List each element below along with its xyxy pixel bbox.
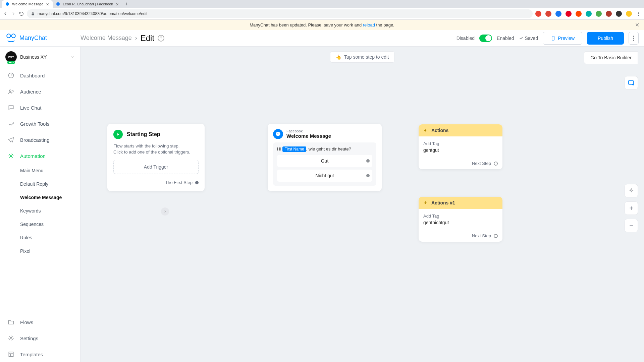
avatar-icon[interactable] — [626, 11, 632, 17]
sidebar-sub-keywords[interactable]: Keywords — [0, 204, 80, 218]
sidebar-item-broadcasting[interactable]: Broadcasting — [0, 132, 80, 148]
url-text: manychat.com/fb181039443240830/automatio… — [38, 11, 148, 16]
enabled-label: Enabled — [497, 36, 514, 41]
message-content[interactable]: Hi First Name, wie geht es dir heute? Gu… — [273, 142, 376, 186]
sidebar-item-settings[interactable]: Settings — [0, 330, 80, 346]
sidebar-sub-main-menu[interactable]: Main Menu — [0, 164, 80, 177]
next-step-port[interactable]: Next Step — [419, 158, 502, 169]
enabled-toggle[interactable] — [479, 35, 492, 42]
node-actions-1[interactable]: Actions Add Tag gehtgut Next Step — [419, 124, 502, 169]
add-trigger-button[interactable]: Add Trigger — [113, 160, 199, 174]
connector-port-icon[interactable] — [366, 159, 370, 163]
update-banner: ManyChat has been updated. Please, save … — [0, 20, 644, 30]
chat-icon — [8, 104, 14, 111]
sidebar-sub-default-reply[interactable]: Default Reply — [0, 177, 80, 191]
zoom-out-button[interactable]: − — [625, 219, 638, 232]
sidebar-item-growth-tools[interactable]: Growth Tools — [0, 116, 80, 132]
sidebar-item-automation[interactable]: Automation — [0, 148, 80, 164]
action-title: Actions — [431, 128, 448, 133]
account-switcher[interactable]: BXYPRO Business XY — [0, 47, 80, 67]
lock-icon — [31, 12, 35, 16]
plus-icon: + — [629, 204, 633, 212]
close-icon[interactable]: ✕ — [116, 2, 119, 6]
svg-point-11 — [633, 40, 634, 41]
new-tab-icon[interactable]: + — [122, 1, 131, 7]
sidebar-item-live-chat[interactable]: Live Chat — [0, 100, 80, 116]
sidebar: BXYPRO Business XY Dashboard Audience Li… — [0, 47, 80, 362]
connector-port-icon[interactable] — [494, 162, 498, 166]
more-menu-button[interactable] — [629, 32, 639, 45]
basic-builder-button[interactable]: Go To Basic Builder — [584, 51, 638, 64]
browser-tab-inactive[interactable]: Leon R. Chaudhari | Facebook ✕ — [53, 0, 122, 8]
ext-icon[interactable] — [566, 11, 572, 17]
help-icon[interactable]: ? — [158, 35, 164, 42]
banner-reload-link[interactable]: reload — [363, 22, 375, 27]
sidebar-item-dashboard[interactable]: Dashboard — [0, 67, 80, 83]
broadcast-icon — [8, 136, 14, 143]
node-starting-step[interactable]: Starting Step Flow starts with the follo… — [107, 124, 205, 191]
growth-icon — [8, 120, 14, 127]
ext-icon[interactable] — [616, 11, 622, 17]
sidebar-sub-rules[interactable]: Rules — [0, 231, 80, 244]
ext-icon[interactable] — [586, 11, 592, 17]
browser-tab-active[interactable]: Welcome Message ✕ — [2, 0, 53, 8]
sidebar-item-audience[interactable]: Audience — [0, 83, 80, 100]
pro-badge: PRO — [7, 61, 14, 64]
node-actions-2[interactable]: Actions #1 Add Tag gehtnichtgut Next Ste… — [419, 197, 502, 242]
sidebar-item-templates[interactable]: Templates — [0, 346, 80, 362]
forward-icon[interactable] — [11, 11, 16, 16]
close-icon[interactable]: ✕ — [46, 2, 49, 6]
zoom-in-button[interactable]: + — [625, 201, 638, 215]
automation-icon — [8, 153, 14, 159]
ext-icon[interactable] — [535, 11, 541, 17]
node-description: Flow starts with the following step. Cli… — [113, 143, 199, 155]
quick-reply-nicht-gut[interactable]: Nicht gut — [277, 170, 372, 182]
connector-port-icon[interactable] — [366, 174, 370, 177]
bolt-icon — [423, 200, 428, 205]
preview-label: Preview — [558, 36, 575, 41]
add-card-button[interactable] — [625, 76, 638, 89]
edit-hint: 👆 Tap some step to edit — [330, 51, 394, 63]
breadcrumb-parent[interactable]: Welcome Message — [80, 35, 132, 42]
connector-port-icon[interactable] — [195, 181, 199, 184]
menu-icon[interactable] — [636, 11, 641, 16]
ext-icon[interactable] — [596, 11, 602, 17]
breadcrumb: Welcome Message › Edit ? — [80, 34, 164, 43]
svg-point-9 — [633, 36, 634, 37]
reload-icon[interactable] — [19, 11, 24, 16]
tab-title: Welcome Message — [12, 2, 43, 6]
node-title: Starting Step — [127, 131, 160, 137]
ext-icon[interactable] — [606, 11, 612, 17]
auto-layout-button[interactable] — [625, 184, 638, 197]
publish-button[interactable]: Publish — [587, 32, 624, 45]
extension-icons — [535, 11, 641, 17]
banner-text-pre: ManyChat has been updated. Please, save … — [250, 22, 363, 27]
next-step-port[interactable]: Next Step — [419, 230, 502, 242]
action-label: Add Tag — [423, 214, 498, 219]
publish-label: Publish — [598, 36, 613, 41]
connector-port-icon[interactable] — [494, 234, 498, 238]
url-input[interactable]: manychat.com/fb181039443240830/automatio… — [27, 9, 533, 18]
sidebar-item-flows[interactable]: Flows — [0, 314, 80, 330]
minus-icon: − — [629, 222, 633, 230]
ext-icon[interactable] — [545, 11, 551, 17]
card-plus-icon — [627, 79, 636, 86]
sidebar-sub-welcome-message[interactable]: Welcome Message — [0, 191, 80, 204]
flow-canvas[interactable]: 👆 Tap some step to edit Go To Basic Buil… — [80, 47, 644, 362]
flow-connectors — [80, 47, 181, 97]
logo-text: ManyChat — [19, 35, 47, 42]
kebab-icon — [633, 36, 634, 41]
back-icon[interactable] — [3, 11, 8, 16]
ext-icon[interactable] — [576, 11, 582, 17]
sidebar-sub-pixel[interactable]: Pixel — [0, 244, 80, 258]
close-icon[interactable]: ✕ — [635, 22, 639, 28]
node-welcome-message[interactable]: Facebook Welcome Message Hi First Name, … — [268, 124, 382, 191]
sidebar-sub-sequences[interactable]: Sequences — [0, 218, 80, 231]
preview-button[interactable]: Preview — [543, 32, 582, 45]
logo[interactable]: ManyChat — [5, 33, 80, 44]
ext-icon[interactable] — [555, 11, 561, 17]
saved-label: Saved — [525, 36, 538, 41]
sidebar-collapse-handle[interactable] — [161, 207, 169, 216]
quick-reply-gut[interactable]: Gut — [277, 155, 372, 167]
first-step-port[interactable]: The First Step — [113, 180, 199, 185]
